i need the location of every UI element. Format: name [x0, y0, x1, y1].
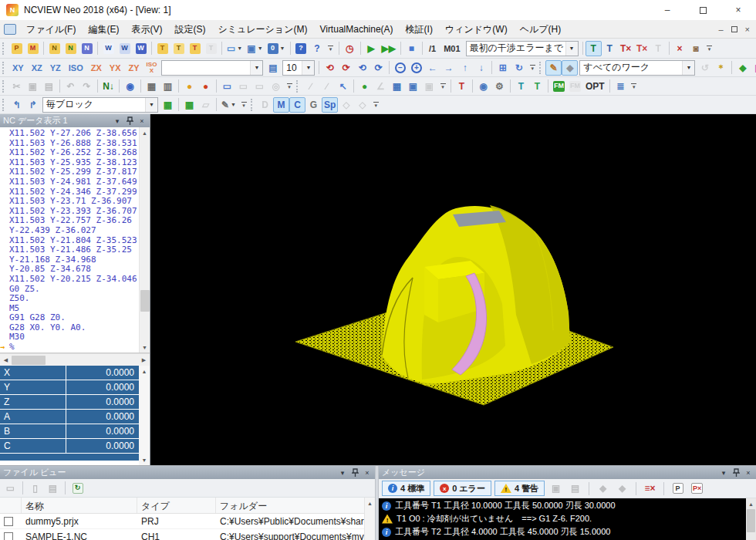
file-remove-icon[interactable]: ▯: [27, 481, 43, 496]
pan-right-icon[interactable]: →: [440, 60, 457, 76]
scroll-down-icon[interactable]: ▼: [139, 454, 150, 465]
tool-file-open-icon[interactable]: T: [154, 41, 170, 56]
nc-horizontal-scrollbar[interactable]: ◀ ▶: [0, 353, 150, 366]
tool-check-icon[interactable]: T: [586, 41, 602, 56]
nc-reload-all-icon[interactable]: ▦: [181, 97, 197, 113]
rotate-x-plus-icon[interactable]: ⟳: [338, 60, 354, 76]
tool-register-icon[interactable]: T: [602, 41, 618, 56]
stop-at-time-icon[interactable]: ◷: [342, 41, 358, 56]
toolbar-overflow-icon[interactable]: ▾: [706, 46, 714, 51]
nc-vertical-scrollbar[interactable]: ▲ ▼: [139, 127, 150, 353]
nc-line[interactable]: G91 G28 Z0.: [0, 313, 139, 323]
filter-info-button[interactable]: i4 標準: [382, 481, 430, 496]
message-row[interactable]: !T1 O0 : 冷却剤が出ていません ==> G1 Z-6. F200.: [379, 512, 756, 525]
toolbar-overflow-icon[interactable]: ▾: [439, 83, 447, 89]
file-checkbox[interactable]: [4, 532, 13, 540]
redo-icon[interactable]: ↷: [79, 79, 95, 94]
compare-model-icon[interactable]: ◆: [734, 60, 751, 76]
run-count-button[interactable]: /1: [425, 44, 440, 53]
nc-line[interactable]: →%: [0, 343, 139, 353]
code-d-icon[interactable]: D: [257, 97, 273, 113]
nc-line[interactable]: X11.503 Y-24.981 Z-37.649: [0, 177, 139, 187]
measure-distance-icon[interactable]: ●: [356, 79, 373, 94]
view-window-icon[interactable]: ▭▼: [224, 41, 245, 56]
tool-display-icon[interactable]: T: [454, 79, 470, 94]
chevron-down-icon[interactable]: ▼: [565, 42, 578, 56]
chevron-down-icon[interactable]: ▼: [250, 61, 262, 75]
cut-icon[interactable]: ✂: [8, 79, 25, 94]
message-clear-icon[interactable]: ≡×: [642, 481, 658, 496]
step-over-icon[interactable]: ↱: [25, 97, 41, 113]
message-next-icon[interactable]: ◆: [614, 481, 630, 496]
word-template-icon[interactable]: W: [116, 41, 133, 56]
toolbar-overflow-icon[interactable]: ▾: [630, 83, 638, 89]
nc-reload-icon[interactable]: ▦: [160, 97, 176, 113]
rotate-z-plus-icon[interactable]: ⟳: [370, 60, 386, 76]
scroll-up-icon[interactable]: ▲: [139, 366, 150, 376]
toolbar-grip[interactable]: [2, 62, 5, 74]
code-g-icon[interactable]: G: [305, 97, 322, 113]
simulation-start-icon[interactable]: ▶: [363, 41, 380, 56]
capsule-2-icon[interactable]: ▭: [235, 79, 251, 94]
open-nc-file-icon[interactable]: N: [46, 41, 62, 56]
help-icon[interactable]: ?: [293, 41, 309, 56]
minimize-button[interactable]: –: [650, 0, 685, 20]
paste-icon[interactable]: ▤: [41, 79, 57, 94]
measure-angle-icon[interactable]: ∠: [373, 79, 389, 94]
fit-view-icon[interactable]: ⊞: [494, 60, 511, 76]
scroll-up-icon[interactable]: ▲: [365, 498, 375, 508]
file-panel-close-icon[interactable]: ×: [363, 468, 372, 478]
machine-setting-icon[interactable]: ⚙: [491, 79, 508, 94]
reset-workpiece-icon[interactable]: ↺: [697, 60, 713, 76]
monitor-window-icon[interactable]: ▣▼: [245, 41, 265, 56]
view-zy-button[interactable]: ZY: [125, 63, 143, 73]
tool-magazine-icon[interactable]: T: [529, 79, 545, 94]
tool-delete-icon[interactable]: T×: [618, 41, 634, 56]
menu-item-2[interactable]: 表示(V): [125, 20, 168, 39]
view-xy-button[interactable]: XY: [8, 63, 28, 73]
nc-line[interactable]: X11.502 Y-27.206 Z-38.656: [0, 129, 139, 139]
stop-condition-combo[interactable]: 最初の干渉エラーまで▼: [466, 41, 579, 56]
chevron-down-icon[interactable]: ▼: [280, 46, 285, 51]
scroll-right-icon[interactable]: ▶: [138, 354, 150, 366]
capsule-icon[interactable]: ▭: [219, 79, 235, 94]
monitor-display-icon[interactable]: ▣: [405, 79, 421, 94]
column-name[interactable]: 名称: [22, 498, 137, 513]
file-panel-pin-icon[interactable]: [350, 468, 359, 478]
draw-mode-icon[interactable]: ✎▼: [219, 97, 238, 113]
menu-item-8[interactable]: ヘルプ(H): [514, 20, 568, 39]
pan-left-icon[interactable]: ←: [424, 60, 440, 76]
context-help-icon[interactable]: ?: [309, 41, 326, 56]
file-open-icon[interactable]: ▤: [45, 481, 61, 496]
nc-jump-icon[interactable]: N↓: [100, 79, 116, 94]
nc-panel-pin-icon[interactable]: [125, 116, 134, 126]
workpiece-combo[interactable]: すべてのワーク▼: [579, 60, 695, 76]
chevron-down-icon[interactable]: ▼: [145, 98, 157, 112]
zoom-out-icon[interactable]: −: [392, 60, 408, 76]
scroll-left-icon[interactable]: ◀: [0, 354, 12, 366]
step-mode-combo[interactable]: 毎ブロック▼: [42, 97, 158, 113]
view-isox-button[interactable]: ISOX: [143, 62, 160, 74]
nc-line[interactable]: Y-22.439 Z-36.027: [0, 226, 139, 236]
tool-file-edit-icon[interactable]: T: [187, 41, 203, 56]
message-save-icon[interactable]: ▤: [567, 481, 583, 496]
opt-setting-icon[interactable]: OPT: [583, 79, 607, 94]
workpiece-snapshot-icon[interactable]: ◙: [688, 41, 704, 56]
print-icon[interactable]: ▦: [143, 79, 160, 94]
m01-stop-button[interactable]: M01: [440, 44, 464, 53]
zoom-region-icon[interactable]: ◎: [268, 79, 284, 94]
pointer-coordinate-icon[interactable]: ↖: [335, 79, 351, 94]
toolbar-overflow-icon[interactable]: ▾: [240, 102, 248, 107]
word-output-icon[interactable]: W: [133, 41, 149, 56]
view-xz-button[interactable]: XZ: [28, 63, 46, 73]
toolbar-grip[interactable]: [251, 99, 254, 111]
rotate-z-minus-icon[interactable]: ⟲: [354, 60, 370, 76]
coin-remove-icon[interactable]: ●: [197, 79, 214, 94]
open-project-icon[interactable]: P: [8, 41, 25, 56]
measure-edge-icon[interactable]: ∕: [319, 79, 335, 94]
tool-file-append-icon[interactable]: T: [170, 41, 187, 56]
file-row[interactable]: dummy5.prjxPRJC:¥Users¥Public¥Documents¥…: [0, 514, 375, 529]
nc-line[interactable]: X11.502 Y-26.252 Z-38.268: [0, 148, 139, 158]
fm-data-2-icon[interactable]: FM: [567, 79, 583, 94]
menu-item-6[interactable]: 検証(I): [400, 20, 439, 39]
